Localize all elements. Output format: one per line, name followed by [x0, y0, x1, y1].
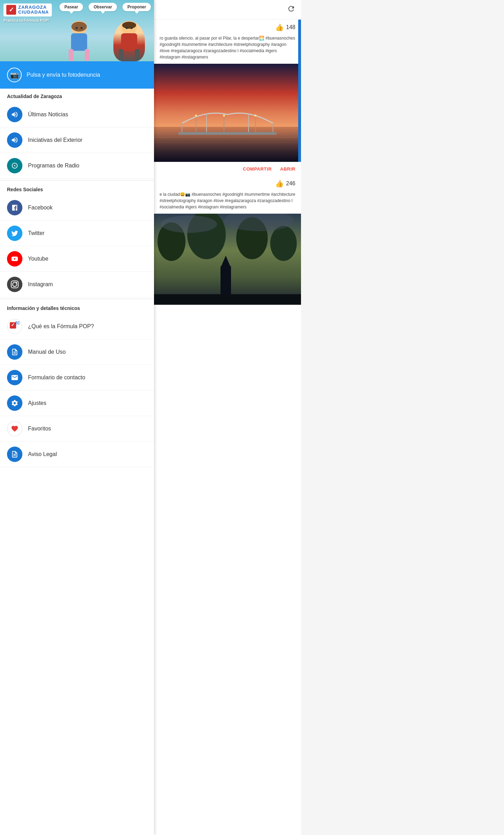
- radio-label: Programas de Radio: [28, 163, 79, 169]
- logo-text: ZARAGOZA CIUDADANA: [18, 5, 49, 15]
- youtube-icon: [7, 251, 22, 267]
- settings-icon: [7, 395, 22, 411]
- sidebar-item-formula[interactable]: ✓ ZC ¿Qué es la Fórmula POP?: [0, 314, 154, 339]
- share-button-1[interactable]: COMPARTIR: [243, 166, 272, 172]
- ajustes-label: Ajustes: [28, 400, 46, 406]
- formula-label: ¿Qué es la Fórmula POP?: [28, 323, 94, 330]
- radio-icon: [7, 158, 22, 173]
- manual-icon: [7, 344, 22, 360]
- refresh-button[interactable]: [287, 5, 295, 15]
- youtube-label: Youtube: [28, 256, 48, 262]
- character-right: [113, 21, 145, 61]
- post2-meta: 👍 246: [154, 176, 301, 190]
- instagram-ring: [11, 281, 19, 288]
- facebook-icon: [7, 200, 22, 215]
- svg-rect-4: [85, 49, 90, 61]
- post2-image: [154, 214, 301, 305]
- svg-point-2: [71, 22, 87, 32]
- sidebar-item-instagram[interactable]: Instagram: [0, 272, 154, 297]
- sidebar-item-manual[interactable]: Manual de Uso: [0, 339, 154, 365]
- section-redes: Redes Sociales: [0, 182, 154, 195]
- facebook-label: Facebook: [28, 205, 52, 211]
- svg-rect-11: [135, 49, 140, 61]
- character-left: [63, 21, 95, 61]
- bubble-area: Pasear Observar Proponer: [59, 3, 151, 11]
- brand-logo-icon: ✓ ZC: [7, 319, 22, 334]
- sidebar-header: ✓ ZARAGOZA CIUDADANA Practica la Fórmula…: [0, 0, 154, 61]
- post1-actions: COMPARTIR ABRIR: [154, 162, 301, 176]
- svg-rect-3: [69, 49, 74, 61]
- manual-label: Manual de Uso: [28, 349, 66, 355]
- bubble-proponer: Proponer: [122, 3, 151, 11]
- svg-point-12: [126, 27, 128, 29]
- content-panel: 👍 148 ro guarda silencio, al pasar por e…: [154, 0, 301, 835]
- svg-rect-10: [119, 49, 124, 61]
- svg-point-6: [80, 27, 83, 29]
- megaphone2-icon: [7, 132, 22, 148]
- svg-point-32: [254, 115, 257, 117]
- svg-rect-24: [178, 132, 276, 135]
- camera-icon: 📷: [7, 68, 22, 82]
- sidebar-item-legal[interactable]: Aviso Legal: [0, 442, 154, 467]
- noticias-label: Últimas Noticias: [28, 111, 68, 118]
- svg-point-30: [223, 115, 225, 117]
- instagram-icon: [7, 277, 22, 292]
- svg-rect-18: [154, 64, 301, 162]
- svg-rect-8: [121, 33, 137, 51]
- logo-line2: CIUDADANA: [18, 10, 49, 15]
- post1-text: ro guarda silencio, al pasar por el Pila…: [154, 34, 301, 64]
- bubble-observar: Observar: [89, 3, 117, 11]
- svg-point-28: [195, 115, 197, 117]
- sidebar-item-radio[interactable]: Programas de Radio: [0, 153, 154, 179]
- like-count-2: 246: [286, 180, 295, 187]
- like-icon-1: 👍: [275, 23, 284, 32]
- svg-point-5: [76, 27, 78, 29]
- sidebar-item-contacto[interactable]: Formulario de contacto: [0, 365, 154, 391]
- sidebar-item-twitter[interactable]: Twitter: [0, 221, 154, 246]
- contacto-label: Formulario de contacto: [28, 374, 85, 381]
- megaphone-icon: [7, 107, 22, 122]
- sidebar-item-noticias[interactable]: Últimas Noticias: [0, 102, 154, 127]
- content-header: [154, 0, 301, 20]
- post2-text: e la ciudad😄📷 #buenasnoches #goodnight #…: [154, 190, 301, 214]
- characters-area: [54, 16, 154, 61]
- twitter-icon: [7, 226, 22, 241]
- divider-2: [0, 299, 154, 299]
- heart-icon: [7, 421, 22, 436]
- photo-denunciation-button[interactable]: 📷 Pulsa y envía tu fotodenuncia: [0, 61, 154, 89]
- svg-point-40: [161, 215, 217, 233]
- legal-icon: [7, 447, 22, 462]
- svg-rect-38: [220, 266, 231, 294]
- logo-check-icon: ✓: [6, 5, 16, 15]
- like-count-1: 148: [286, 24, 295, 30]
- svg-text:✓: ✓: [11, 322, 15, 327]
- tagline: Practica la Fórmula POP!: [4, 18, 49, 22]
- twitter-label: Twitter: [28, 230, 44, 236]
- post1-meta: 👍 148: [154, 20, 301, 34]
- post-card-1: 👍 148 ro guarda silencio, al pasar por e…: [154, 20, 301, 162]
- sidebar-item-youtube[interactable]: Youtube: [0, 246, 154, 272]
- sidebar-item-ajustes[interactable]: Ajustes: [0, 391, 154, 416]
- logo-line1: ZARAGOZA: [18, 5, 49, 10]
- accent-bar: [298, 20, 301, 162]
- sidebar-item-facebook[interactable]: Facebook: [0, 195, 154, 221]
- svg-text:ZC: ZC: [15, 321, 20, 325]
- bubble-pasear: Pasear: [59, 3, 83, 11]
- post-card-2: 👍 246 e la ciudad😄📷 #buenasnoches #goodn…: [154, 176, 301, 305]
- svg-rect-1: [71, 33, 87, 51]
- svg-point-13: [131, 27, 133, 29]
- logo-area: ✓ ZARAGOZA CIUDADANA Practica la Fórmula…: [4, 4, 52, 22]
- section-actualidad: Actualidad de Zaragoza: [0, 89, 154, 102]
- section-info: Información y detalles técnicos: [0, 301, 154, 314]
- logo-box: ✓ ZARAGOZA CIUDADANA: [4, 4, 52, 16]
- svg-point-9: [122, 22, 136, 29]
- svg-rect-42: [154, 294, 301, 305]
- legal-label: Aviso Legal: [28, 451, 57, 457]
- contact-icon: [7, 370, 22, 385]
- divider-1: [0, 180, 154, 180]
- open-button-1[interactable]: ABRIR: [280, 166, 295, 172]
- photo-btn-label: Pulsa y envía tu fotodenuncia: [27, 72, 100, 78]
- sidebar-item-favoritos[interactable]: Favoritos: [0, 416, 154, 442]
- instagram-label: Instagram: [28, 281, 53, 288]
- sidebar-item-iniciativas[interactable]: Iniciativas del Exterior: [0, 127, 154, 153]
